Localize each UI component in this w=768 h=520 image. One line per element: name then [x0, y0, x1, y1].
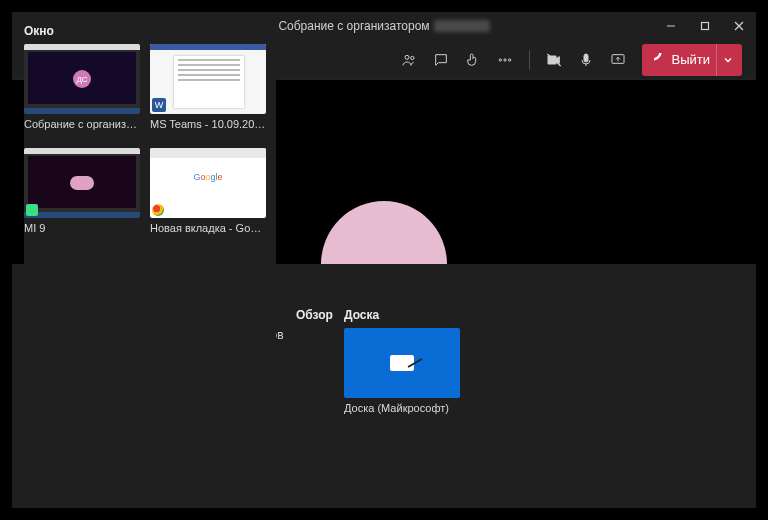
section-whiteboard: Доска Доска (Майкрософт) — [344, 308, 740, 422]
organizer-name-blur — [434, 20, 490, 32]
section-browse[interactable]: Обзор — [296, 308, 344, 422]
hangup-icon — [652, 51, 666, 68]
share-screen-icon[interactable] — [604, 46, 632, 74]
window-controls — [654, 12, 756, 40]
chat-icon[interactable] — [427, 46, 455, 74]
leave-button[interactable]: Выйти — [642, 44, 743, 76]
section-window: Окно ДС Собрание с организато... W — [24, 264, 276, 496]
window-title: Собрание с организатором — [278, 19, 429, 33]
toolbar-divider — [529, 50, 530, 70]
camera-off-icon[interactable] — [540, 46, 568, 74]
svg-point-5 — [410, 56, 413, 59]
minimize-button[interactable] — [654, 12, 688, 40]
mic-icon[interactable] — [572, 46, 600, 74]
more-icon[interactable] — [491, 46, 519, 74]
leave-chevron[interactable] — [716, 44, 738, 76]
close-button[interactable] — [722, 12, 756, 40]
participants-icon[interactable] — [395, 46, 423, 74]
section-header-browse: Обзор — [296, 308, 344, 322]
meeting-window: Собрание с организатором 06:46 — [12, 12, 756, 508]
svg-point-6 — [499, 58, 501, 60]
participant-avatar — [321, 201, 447, 264]
thumb-whiteboard-caption: Доска (Майкрософт) — [344, 402, 460, 414]
svg-point-8 — [508, 58, 510, 60]
section-header-whiteboard: Доска — [344, 308, 740, 322]
svg-rect-10 — [584, 54, 588, 62]
share-sections: Рабочий стол Screen #1 Окно ДС — [28, 308, 740, 422]
thumb-whiteboard[interactable]: Доска (Майкрософт) — [344, 328, 460, 414]
raise-hand-icon[interactable] — [459, 46, 487, 74]
svg-point-4 — [405, 55, 409, 59]
maximize-button[interactable] — [688, 12, 722, 40]
thumb-whiteboard-preview — [344, 328, 460, 398]
leave-label: Выйти — [672, 52, 711, 67]
svg-point-7 — [503, 58, 505, 60]
share-tray: Добавить звук компьютера Рабочий стол Sc… — [12, 264, 756, 508]
svg-rect-1 — [702, 23, 709, 30]
